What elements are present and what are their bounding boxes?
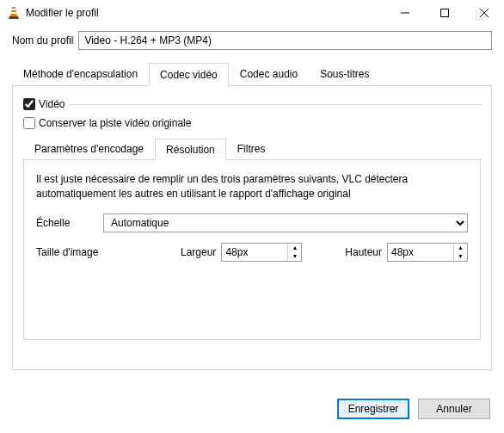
keep-original-checkbox[interactable] bbox=[23, 117, 35, 129]
width-spinner[interactable]: ▲ ▼ bbox=[287, 244, 301, 261]
divider bbox=[70, 104, 481, 105]
svg-rect-0 bbox=[11, 9, 16, 10]
profile-name-input[interactable] bbox=[78, 31, 492, 50]
maximize-button[interactable] bbox=[425, 0, 464, 26]
video-checkbox-label: Vidéo bbox=[39, 98, 65, 110]
maximize-icon bbox=[440, 9, 449, 17]
titlebar: Modifier le profil bbox=[0, 0, 504, 26]
minimize-icon bbox=[401, 9, 409, 17]
resolution-description: Il est juste nécessaire de remplir un de… bbox=[36, 172, 468, 201]
svg-rect-1 bbox=[11, 12, 17, 14]
main-tabs: Méthode d'encapsulation Codec vidéo Code… bbox=[12, 62, 492, 86]
height-spinner[interactable]: ▲ ▼ bbox=[453, 244, 467, 261]
tab-audio-codec[interactable]: Codec audio bbox=[229, 62, 309, 85]
height-label: Hauteur bbox=[345, 246, 382, 258]
window-title: Modifier le profil bbox=[26, 7, 385, 19]
scale-label: Échelle bbox=[36, 217, 103, 229]
svg-rect-3 bbox=[441, 9, 449, 17]
tab-encoding[interactable]: Paramètres d'encodage bbox=[23, 138, 155, 159]
tab-encapsulation[interactable]: Méthode d'encapsulation bbox=[12, 62, 149, 85]
minimize-button[interactable] bbox=[385, 0, 425, 26]
tab-video-codec[interactable]: Codec vidéo bbox=[149, 63, 229, 86]
save-button[interactable]: Enregistrer bbox=[337, 399, 409, 419]
video-checkbox[interactable] bbox=[23, 98, 35, 110]
close-button[interactable] bbox=[464, 0, 504, 26]
tab-filters[interactable]: Filtres bbox=[226, 138, 277, 159]
framesize-label: Taille d'image bbox=[36, 246, 181, 258]
vlc-icon bbox=[7, 6, 21, 20]
tab-body-video: Vidéo Conserver la piste vidéo originale… bbox=[12, 86, 492, 370]
scale-select[interactable]: Automatique bbox=[103, 213, 468, 232]
keep-original-label: Conserver la piste vidéo originale bbox=[39, 117, 191, 129]
resolution-panel: Il est juste nécessaire de remplir un de… bbox=[23, 160, 481, 340]
spin-up-icon: ▲ bbox=[454, 244, 467, 252]
spin-down-icon: ▼ bbox=[288, 252, 301, 261]
spin-down-icon: ▼ bbox=[454, 252, 467, 261]
tab-subtitles[interactable]: Sous-titres bbox=[309, 62, 380, 85]
spin-up-icon: ▲ bbox=[288, 244, 301, 252]
width-label: Largeur bbox=[181, 246, 216, 258]
profile-name-label: Nom du profil bbox=[12, 34, 73, 46]
close-icon bbox=[480, 9, 489, 17]
cancel-button[interactable]: Annuler bbox=[418, 399, 490, 419]
tab-resolution[interactable]: Résolution bbox=[155, 139, 226, 160]
dialog-footer: Enregistrer Annuler bbox=[337, 399, 490, 419]
sub-tabs: Paramètres d'encodage Résolution Filtres bbox=[23, 138, 481, 160]
